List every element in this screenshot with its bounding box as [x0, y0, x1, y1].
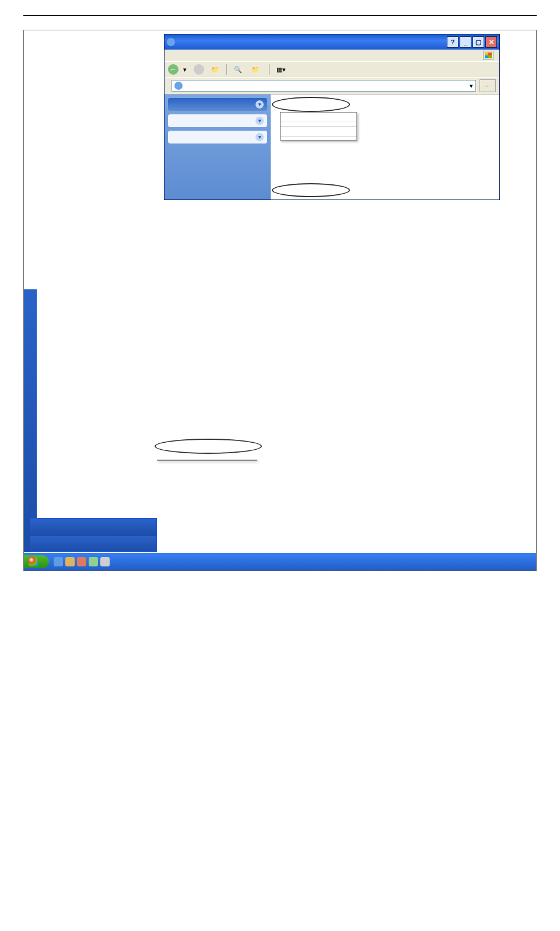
- go-icon: →: [484, 82, 490, 89]
- app-icon[interactable]: [100, 557, 110, 566]
- toolbar-separator: [226, 64, 227, 75]
- view-button[interactable]: ▦▾: [276, 66, 286, 74]
- search-button[interactable]: 🔍: [234, 66, 244, 74]
- start-button[interactable]: [24, 555, 49, 568]
- content-pane: [271, 94, 499, 200]
- ctx-properties[interactable]: [281, 138, 356, 140]
- search-icon: 🔍: [234, 66, 242, 74]
- quick-launch: [54, 557, 110, 566]
- network-icon: [174, 82, 183, 90]
- network-connections-window: ? _ ▢ ✕ ← ▾ 📁 🔍: [164, 34, 500, 200]
- windows-logo-icon: [483, 51, 494, 60]
- page-header: [23, 12, 537, 16]
- maximize-button[interactable]: ▢: [473, 36, 484, 48]
- explorer-icon[interactable]: [65, 557, 75, 566]
- folders-icon: 📁: [251, 66, 260, 74]
- ctx-repair[interactable]: [281, 117, 356, 120]
- context-menu: [280, 112, 357, 141]
- ctx-rename[interactable]: [281, 132, 356, 135]
- panel-network-tasks[interactable]: ▾: [168, 98, 267, 111]
- address-bar: ▾ →: [164, 78, 499, 94]
- panel-details[interactable]: ▾: [168, 131, 267, 144]
- up-button[interactable]: 📁: [211, 66, 219, 74]
- chevron-down-icon: ▾: [256, 133, 264, 141]
- highlight-oval: [272, 183, 350, 197]
- app-icon[interactable]: [89, 557, 98, 566]
- forward-button[interactable]: [194, 64, 204, 75]
- ie-icon[interactable]: [54, 557, 63, 566]
- xp-brand-band: [24, 289, 37, 552]
- ctx-bridge[interactable]: [281, 123, 356, 125]
- menu-bar: [164, 50, 499, 62]
- start-menu: [30, 518, 157, 552]
- window-titlebar[interactable]: ? _ ▢ ✕: [164, 34, 499, 50]
- network-icon: [167, 38, 175, 46]
- ctx-separator: [281, 126, 356, 127]
- ctx-separator: [281, 121, 356, 121]
- chevron-down-icon: ▾: [256, 100, 264, 108]
- highlight-oval: [155, 439, 262, 454]
- chevron-down-icon[interactable]: ▾: [470, 82, 473, 90]
- help-button[interactable]: ?: [447, 36, 459, 48]
- app-icon[interactable]: [77, 557, 86, 566]
- minimize-button[interactable]: _: [460, 36, 471, 48]
- ctx-separator: [281, 136, 356, 136]
- dropdown-icon: ▾: [183, 66, 187, 74]
- windows-logo-icon: [29, 557, 38, 566]
- panel-other-places[interactable]: ▾: [168, 114, 267, 127]
- back-icon: ←: [168, 64, 178, 75]
- settings-flyout: [157, 460, 257, 461]
- taskbar: [24, 553, 536, 570]
- window-body: ▾ ▾ ▾: [164, 94, 499, 200]
- highlight-oval: [272, 97, 350, 112]
- toolbar: ← ▾ 📁 🔍 📁 ▦▾: [164, 62, 499, 78]
- start-menu-header: [30, 519, 156, 536]
- start-menu-footer: [30, 536, 156, 551]
- address-input[interactable]: ▾: [172, 80, 476, 92]
- screenshot-area: ? _ ▢ ✕ ← ▾ 📁 🔍: [23, 30, 537, 571]
- toolbar-separator-2: [269, 64, 270, 75]
- tasks-panel: ▾ ▾ ▾: [164, 94, 271, 200]
- close-button[interactable]: ✕: [485, 36, 497, 48]
- back-button[interactable]: ← ▾: [168, 64, 187, 75]
- chevron-down-icon: ▾: [256, 117, 264, 125]
- go-button[interactable]: →: [480, 79, 496, 92]
- folders-button[interactable]: 📁: [251, 66, 262, 74]
